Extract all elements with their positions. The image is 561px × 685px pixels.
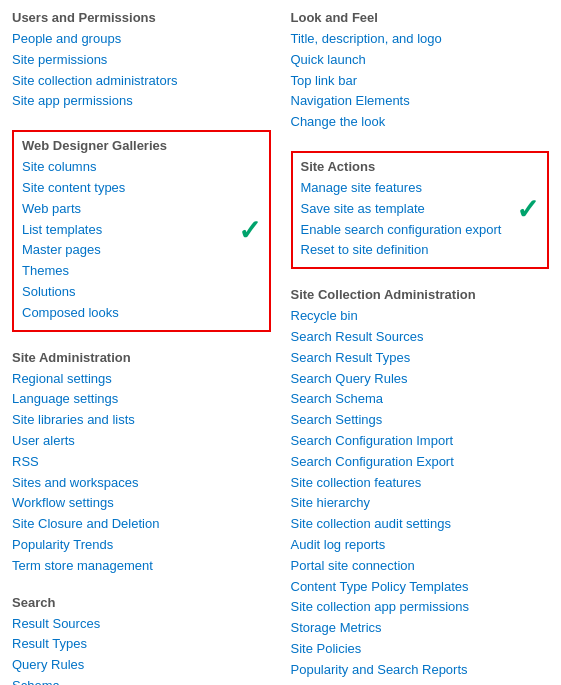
site-administration-section: Site Administration Regional settingsLan… (12, 350, 271, 577)
nav-link[interactable]: Result Sources (12, 614, 271, 635)
nav-link[interactable]: Regional settings (12, 369, 271, 390)
nav-link[interactable]: Manage site features (301, 178, 540, 199)
nav-link[interactable]: Result Types (12, 634, 271, 655)
nav-link[interactable]: Master pages (22, 240, 261, 261)
nav-link[interactable]: Composed looks (22, 303, 261, 324)
nav-link[interactable]: Content type publishing (291, 681, 550, 685)
nav-link[interactable]: List templates (22, 220, 261, 241)
look-and-feel-links: Title, description, and logoQuick launch… (291, 29, 550, 133)
look-and-feel-section: Look and Feel Title, description, and lo… (291, 10, 550, 133)
nav-link[interactable]: Site collection app permissions (291, 597, 550, 618)
nav-link[interactable]: Site Policies (291, 639, 550, 660)
nav-link[interactable]: Themes (22, 261, 261, 282)
nav-link[interactable]: Navigation Elements (291, 91, 550, 112)
nav-link[interactable]: Search Result Sources (291, 327, 550, 348)
nav-link[interactable]: Search Configuration Import (291, 431, 550, 452)
nav-link[interactable]: Site collection administrators (12, 71, 271, 92)
nav-link[interactable]: Audit log reports (291, 535, 550, 556)
nav-link[interactable]: Popularity Trends (12, 535, 271, 556)
nav-link[interactable]: Sites and workspaces (12, 473, 271, 494)
nav-link[interactable]: Search Configuration Export (291, 452, 550, 473)
site-administration-links: Regional settingsLanguage settingsSite l… (12, 369, 271, 577)
nav-link[interactable]: Site content types (22, 178, 261, 199)
nav-link[interactable]: Schema (12, 676, 271, 685)
nav-link[interactable]: Top link bar (291, 71, 550, 92)
nav-link[interactable]: Site libraries and lists (12, 410, 271, 431)
site-actions-checkmark: ✓ (516, 196, 539, 224)
web-designer-galleries-section: Web Designer Galleries Site columnsSite … (12, 130, 271, 331)
web-designer-galleries-box: Web Designer Galleries Site columnsSite … (12, 130, 271, 331)
nav-link[interactable]: Save site as template (301, 199, 540, 220)
web-designer-galleries-checkmark: ✓ (238, 217, 261, 245)
search-links: Result SourcesResult TypesQuery RulesSch… (12, 614, 271, 685)
nav-link[interactable]: Content Type Policy Templates (291, 577, 550, 598)
nav-link[interactable]: Site permissions (12, 50, 271, 71)
nav-link[interactable]: Site collection audit settings (291, 514, 550, 535)
site-collection-admin-section: Site Collection Administration Recycle b… (291, 287, 550, 685)
look-and-feel-title: Look and Feel (291, 10, 550, 25)
nav-link[interactable]: Reset to site definition (301, 240, 540, 261)
site-actions-title: Site Actions (301, 159, 540, 174)
site-collection-admin-title: Site Collection Administration (291, 287, 550, 302)
nav-link[interactable]: Term store management (12, 556, 271, 577)
nav-link[interactable]: Popularity and Search Reports (291, 660, 550, 681)
users-and-permissions-title: Users and Permissions (12, 10, 271, 25)
nav-link[interactable]: Title, description, and logo (291, 29, 550, 50)
nav-link[interactable]: Search Settings (291, 410, 550, 431)
nav-link[interactable]: Search Schema (291, 389, 550, 410)
nav-link[interactable]: Change the look (291, 112, 550, 133)
nav-link[interactable]: Enable search configuration export (301, 220, 540, 241)
site-administration-title: Site Administration (12, 350, 271, 365)
nav-link[interactable]: Search Result Types (291, 348, 550, 369)
nav-link[interactable]: RSS (12, 452, 271, 473)
nav-link[interactable]: Web parts (22, 199, 261, 220)
nav-link[interactable]: Solutions (22, 282, 261, 303)
nav-link[interactable]: Site app permissions (12, 91, 271, 112)
nav-link[interactable]: Portal site connection (291, 556, 550, 577)
web-designer-galleries-links: Site columnsSite content typesWeb partsL… (22, 157, 261, 323)
nav-link[interactable]: Search Query Rules (291, 369, 550, 390)
search-section: Search Result SourcesResult TypesQuery R… (12, 595, 271, 685)
nav-link[interactable]: Site Closure and Deletion (12, 514, 271, 535)
site-actions-box: Site Actions Manage site featuresSave si… (291, 151, 550, 269)
nav-link[interactable]: Storage Metrics (291, 618, 550, 639)
nav-link[interactable]: Site hierarchy (291, 493, 550, 514)
site-actions-section: Site Actions Manage site featuresSave si… (291, 151, 550, 269)
web-designer-galleries-title: Web Designer Galleries (22, 138, 261, 153)
site-collection-admin-links: Recycle binSearch Result SourcesSearch R… (291, 306, 550, 685)
nav-link[interactable]: Query Rules (12, 655, 271, 676)
nav-link[interactable]: Quick launch (291, 50, 550, 71)
nav-link[interactable]: People and groups (12, 29, 271, 50)
users-and-permissions-links: People and groupsSite permissionsSite co… (12, 29, 271, 112)
nav-link[interactable]: User alerts (12, 431, 271, 452)
nav-link[interactable]: Workflow settings (12, 493, 271, 514)
nav-link[interactable]: Language settings (12, 389, 271, 410)
nav-link[interactable]: Recycle bin (291, 306, 550, 327)
nav-link[interactable]: Site collection features (291, 473, 550, 494)
nav-link[interactable]: Site columns (22, 157, 261, 178)
users-and-permissions-section: Users and Permissions People and groupsS… (12, 10, 271, 112)
search-title: Search (12, 595, 271, 610)
site-actions-links: Manage site featuresSave site as templat… (301, 178, 540, 261)
